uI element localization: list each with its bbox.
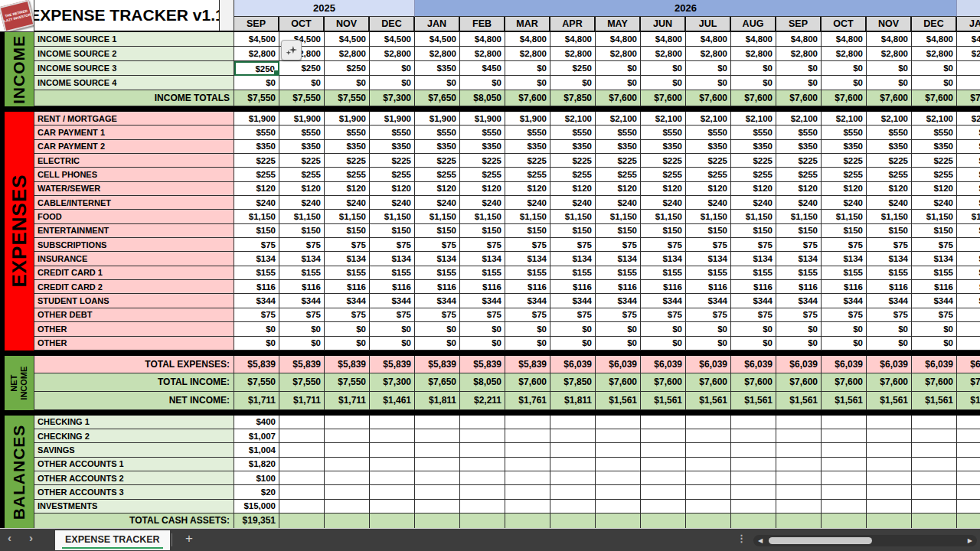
net-cell[interactable]: $1,561 [596,392,641,410]
expenses-cell[interactable]: $225 [325,154,370,168]
sheet-tab-expense-tracker[interactable]: EXPENSE TRACKER [55,530,170,550]
net-cell[interactable]: $6,039 [957,356,980,373]
balances-cell[interactable] [957,471,980,485]
income-cell[interactable]: $0 [731,61,776,76]
balances-cell[interactable] [641,500,686,514]
balances-cell[interactable] [596,471,641,485]
expenses-cell[interactable]: $0 [731,322,776,336]
expenses-cell[interactable]: $240 [234,196,279,210]
net-cell[interactable]: $6,039 [686,356,731,373]
month-header[interactable]: NOV [325,17,370,32]
balances-cell[interactable] [279,485,325,499]
expenses-cell[interactable]: $350 [550,140,596,154]
expenses-cell[interactable]: $75 [957,238,980,252]
balances-totals-label[interactable]: TOTAL CASH ASSETS: [34,514,234,529]
expenses-cell[interactable]: $240 [460,196,505,210]
income-cell[interactable]: $0 [234,76,279,90]
expenses-cell[interactable]: $0 [822,322,867,336]
expenses-row-label[interactable]: OTHER [34,322,234,336]
income-cell[interactable]: $4,500 [370,32,415,47]
income-cell[interactable]: $0 [867,76,912,90]
expenses-cell[interactable]: $2,100 [641,112,686,126]
balances-row-label[interactable]: OTHER ACCOUNTS 2 [34,471,234,485]
expenses-cell[interactable]: $240 [279,196,325,210]
expenses-cell[interactable]: $550 [822,126,867,139]
expenses-cell[interactable]: $344 [279,294,325,308]
balances-cell[interactable] [415,443,460,457]
balances-totals-cell[interactable] [370,514,415,529]
expenses-cell[interactable]: $116 [912,280,957,294]
expenses-cell[interactable]: $155 [776,266,822,280]
corner-cell[interactable] [220,0,234,32]
expenses-cell[interactable]: $550 [415,126,460,139]
income-totals-cell[interactable]: $7,600 [776,90,822,106]
expenses-cell[interactable]: $0 [415,337,460,350]
balances-cell[interactable] [370,458,415,471]
expenses-cell[interactable]: $120 [596,182,641,196]
expenses-cell[interactable]: $344 [415,294,460,308]
income-cell[interactable]: $0 [596,61,641,76]
expenses-cell[interactable]: $75 [596,238,641,252]
income-cell[interactable]: $2,800 [415,47,460,61]
expenses-cell[interactable]: $134 [822,252,867,266]
expenses-cell[interactable]: $550 [912,126,957,139]
expenses-cell[interactable]: $0 [776,322,822,336]
net-cell[interactable]: $1,711 [279,392,325,410]
month-header[interactable]: SEP [776,17,822,32]
balances-totals-cell[interactable] [957,514,980,529]
expenses-cell[interactable]: $116 [505,280,550,294]
balances-cell[interactable]: $20 [234,485,279,499]
balances-cell[interactable] [867,485,912,499]
expenses-cell[interactable]: $116 [370,280,415,294]
expenses-cell[interactable]: $255 [370,168,415,181]
expenses-cell[interactable]: $120 [686,182,731,196]
expenses-cell[interactable]: $240 [822,196,867,210]
expenses-cell[interactable]: $350 [776,140,822,154]
expenses-cell[interactable]: $116 [957,280,980,294]
expenses-cell[interactable]: $75 [415,238,460,252]
expenses-cell[interactable]: $0 [867,337,912,350]
expenses-cell[interactable]: $344 [596,294,641,308]
expenses-row-label[interactable]: STUDENT LOANS [34,294,234,308]
income-cell[interactable]: $0 [686,61,731,76]
expenses-cell[interactable]: $1,900 [279,112,325,126]
expenses-cell[interactable]: $550 [957,126,980,139]
expenses-cell[interactable]: $344 [957,294,980,308]
income-cell[interactable]: $4,800 [686,32,731,47]
income-cell[interactable]: $4,800 [505,32,550,47]
balances-cell[interactable] [325,458,370,471]
expenses-cell[interactable]: $134 [234,252,279,266]
net-cell[interactable]: $1,761 [505,392,550,410]
income-cell[interactable]: $0 [641,76,686,90]
expenses-cell[interactable]: $75 [550,308,596,322]
balances-cell[interactable] [641,485,686,499]
balances-totals-cell[interactable] [325,514,370,529]
income-totals-label[interactable]: INCOME TOTALS [34,90,234,106]
expenses-cell[interactable]: $255 [957,168,980,181]
income-cell[interactable]: $2,800 [686,47,731,61]
expenses-row-label[interactable]: OTHER DEBT [34,308,234,322]
expenses-cell[interactable]: $120 [822,182,867,196]
income-cell[interactable]: $4,500 [325,32,370,47]
expenses-cell[interactable]: $240 [686,196,731,210]
expenses-cell[interactable]: $255 [776,168,822,181]
net-cell[interactable]: $7,850 [550,373,596,392]
expenses-cell[interactable]: $350 [731,140,776,154]
month-header[interactable]: DEC [912,17,957,32]
expenses-cell[interactable]: $116 [686,280,731,294]
expenses-cell[interactable]: $0 [912,322,957,336]
income-cell[interactable]: $350 [415,61,460,76]
expenses-cell[interactable]: $75 [550,238,596,252]
balances-cell[interactable] [596,429,641,443]
sheet-nav-right-icon[interactable]: › [29,531,33,544]
income-row-label[interactable]: INCOME SOURCE 4 [34,76,234,90]
scroll-left-icon[interactable]: ◀ [758,537,763,544]
expenses-cell[interactable]: $0 [370,322,415,336]
balances-cell[interactable] [370,500,415,514]
expenses-cell[interactable]: $2,100 [912,112,957,126]
balances-cell[interactable] [957,443,980,457]
balances-cell[interactable] [641,443,686,457]
balances-totals-cell[interactable] [505,514,550,529]
balances-cell[interactable] [776,500,822,514]
net-cell[interactable]: $6,039 [912,356,957,373]
